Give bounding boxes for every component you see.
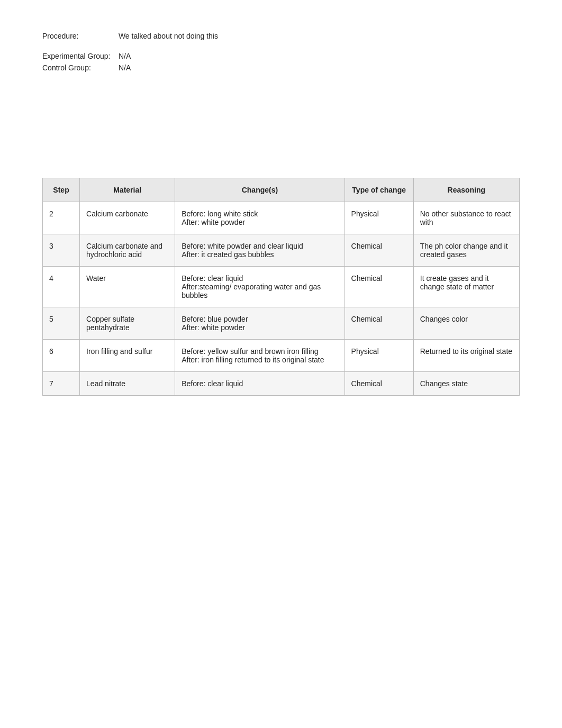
cell-material: Copper sulfate pentahydrate: [80, 307, 175, 340]
cell-type: Chemical: [345, 267, 413, 307]
cell-step: 2: [43, 202, 80, 234]
cell-reasoning: Changes state: [413, 372, 519, 396]
header-reasoning: Reasoning: [413, 178, 519, 202]
cell-material: Iron filling and sulfur: [80, 340, 175, 372]
cell-type: Physical: [345, 340, 413, 372]
cell-reasoning: Returned to its original state: [413, 340, 519, 372]
cell-type: Chemical: [345, 234, 413, 267]
table-header-row: Step Material Change(s) Type of change R…: [43, 178, 520, 202]
cell-changes: Before: white powder and clear liquid Af…: [175, 234, 345, 267]
experimental-value: N/A: [119, 52, 131, 60]
cell-material: Water: [80, 267, 175, 307]
cell-material: Calcium carbonate and hydrochloric acid: [80, 234, 175, 267]
cell-changes: Before: clear liquid After:steaming/ eva…: [175, 267, 345, 307]
table-row: 6Iron filling and sulfurBefore: yellow s…: [43, 340, 520, 372]
cell-reasoning: The ph color change and it created gases: [413, 234, 519, 267]
cell-changes: Before: clear liquid: [175, 372, 345, 396]
procedure-value: We talked about not doing this: [119, 32, 218, 40]
data-table: Step Material Change(s) Type of change R…: [42, 178, 520, 396]
cell-type: Physical: [345, 202, 413, 234]
table-row: 7Lead nitrateBefore: clear liquidChemica…: [43, 372, 520, 396]
header-step: Step: [43, 178, 80, 202]
table-row: 5Copper sulfate pentahydrateBefore: blue…: [43, 307, 520, 340]
table-row: 2Calcium carbonateBefore: long white sti…: [43, 202, 520, 234]
header-changes: Change(s): [175, 178, 345, 202]
cell-changes: Before: yellow sulfur and brown iron fil…: [175, 340, 345, 372]
control-label: Control Group:: [42, 63, 116, 72]
cell-changes: Before: long white stick After: white po…: [175, 202, 345, 234]
cell-step: 6: [43, 340, 80, 372]
spacer: [42, 88, 520, 172]
cell-reasoning: Changes color: [413, 307, 519, 340]
cell-reasoning: No other substance to react with: [413, 202, 519, 234]
header-type: Type of change: [345, 178, 413, 202]
cell-type: Chemical: [345, 307, 413, 340]
control-value: N/A: [119, 63, 131, 72]
experimental-label: Experimental Group:: [42, 52, 116, 60]
table-row: 3Calcium carbonate and hydrochloric acid…: [43, 234, 520, 267]
cell-step: 7: [43, 372, 80, 396]
experimental-line: Experimental Group: N/A: [42, 52, 520, 60]
cell-step: 5: [43, 307, 80, 340]
procedure-label: Procedure:: [42, 32, 116, 40]
procedure-line: Procedure: We talked about not doing thi…: [42, 32, 520, 40]
table-row: 4WaterBefore: clear liquid After:steamin…: [43, 267, 520, 307]
meta-section: Procedure: We talked about not doing thi…: [42, 32, 520, 72]
cell-changes: Before: blue powder After: white powder: [175, 307, 345, 340]
control-line: Control Group: N/A: [42, 63, 520, 72]
cell-material: Calcium carbonate: [80, 202, 175, 234]
cell-step: 3: [43, 234, 80, 267]
cell-type: Chemical: [345, 372, 413, 396]
cell-reasoning: It create gases and it change state of m…: [413, 267, 519, 307]
header-material: Material: [80, 178, 175, 202]
cell-material: Lead nitrate: [80, 372, 175, 396]
cell-step: 4: [43, 267, 80, 307]
